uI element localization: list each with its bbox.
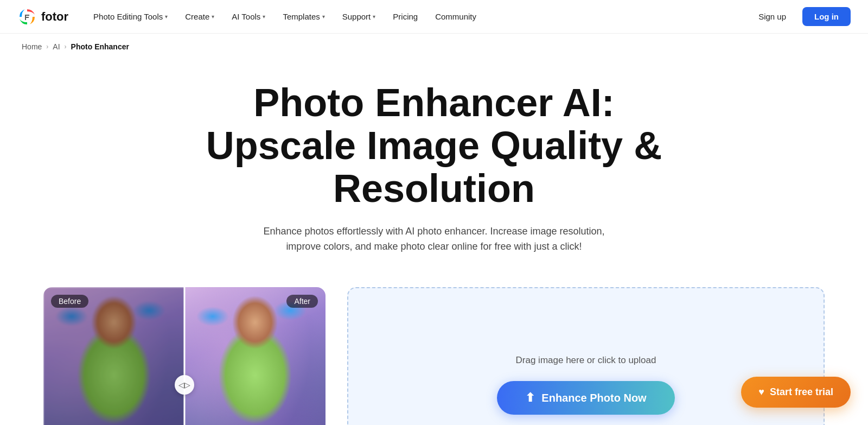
upload-hint: Drag image here or click to upload (516, 355, 656, 366)
breadcrumb-current: Photo Enhancer (71, 42, 129, 51)
nav-templates[interactable]: Templates ▾ (275, 8, 332, 26)
logo-link[interactable]: fotor (17, 7, 68, 27)
breadcrumb-ai[interactable]: AI (53, 42, 60, 51)
nav-ai-tools[interactable]: AI Tools ▾ (224, 8, 273, 26)
hero-title: Photo Enhancer AI: Upscale Image Quality… (190, 81, 678, 211)
breadcrumb-sep-2: › (65, 43, 67, 50)
before-after-demo: ◁▷ Before After (43, 287, 326, 425)
nav-pricing[interactable]: Pricing (385, 8, 425, 26)
chevron-down-icon: ▾ (165, 14, 168, 20)
enhance-button-label: Enhance Photo Now (541, 392, 646, 404)
chevron-down-icon: ▾ (263, 14, 265, 20)
after-image (184, 287, 326, 425)
chevron-down-icon: ▾ (212, 14, 214, 20)
ba-handle[interactable]: ◁▷ (175, 375, 194, 395)
login-button[interactable]: Log in (802, 7, 851, 26)
after-person (184, 287, 326, 425)
nav-community[interactable]: Community (427, 8, 484, 26)
ba-arrows-icon: ◁▷ (178, 380, 190, 389)
breadcrumb: Home › AI › Photo Enhancer (0, 34, 868, 60)
hero-subtitle: Enhance photos effortlessly with AI phot… (250, 224, 618, 255)
before-person (43, 287, 184, 425)
main-content: ◁▷ Before After Drag image here or click… (0, 271, 868, 425)
ba-divider (184, 287, 186, 425)
navbar: fotor Photo Editing Tools ▾ Create ▾ AI … (0, 0, 868, 34)
breadcrumb-sep-1: › (46, 43, 48, 50)
fotor-logo-icon (17, 7, 37, 27)
nav-create[interactable]: Create ▾ (177, 8, 222, 26)
free-trial-label: Start free trial (770, 386, 833, 398)
start-free-trial-button[interactable]: ♥ Start free trial (741, 377, 851, 408)
nav-items: Photo Editing Tools ▾ Create ▾ AI Tools … (86, 8, 751, 26)
hero-section: Photo Enhancer AI: Upscale Image Quality… (0, 60, 868, 271)
heart-icon: ♥ (758, 386, 764, 398)
before-image (43, 287, 184, 425)
nav-auth-area: Sign up Log in (751, 7, 851, 26)
chevron-down-icon: ▾ (373, 14, 375, 20)
signup-button[interactable]: Sign up (751, 8, 794, 26)
enhance-photo-button[interactable]: ⬆ Enhance Photo Now (497, 381, 674, 415)
nav-support[interactable]: Support ▾ (335, 8, 384, 26)
before-label: Before (51, 295, 88, 308)
chevron-down-icon: ▾ (322, 14, 325, 20)
after-label: After (286, 295, 318, 308)
ba-container: ◁▷ Before After (43, 287, 326, 425)
nav-photo-editing-tools[interactable]: Photo Editing Tools ▾ (86, 8, 175, 26)
brand-name: fotor (41, 10, 68, 24)
breadcrumb-home[interactable]: Home (22, 42, 42, 51)
upload-icon: ⬆ (525, 391, 535, 405)
